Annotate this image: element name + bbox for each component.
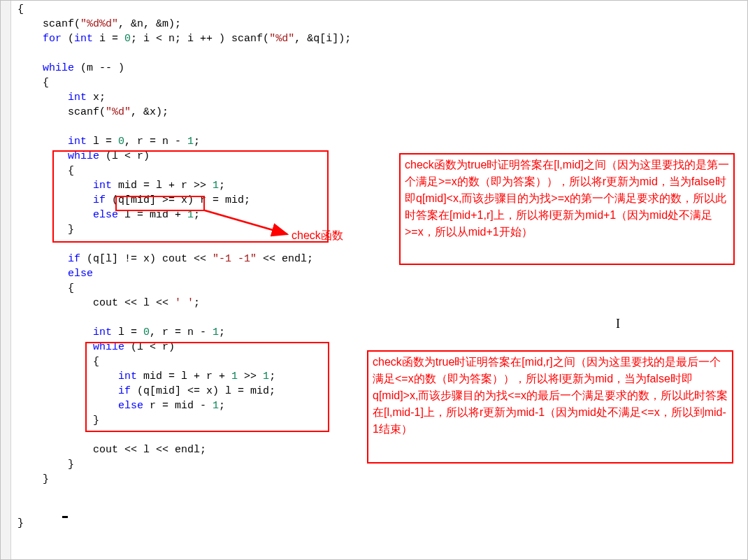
anno-textbox-1 <box>399 153 735 265</box>
anno-text-1: check函数为true时证明答案在[l,mid]之间（因为这里要找的是第一个满… <box>405 157 731 240</box>
code-editor[interactable]: { scanf("%d%d", &n, &m); for (int i = 0;… <box>0 0 748 560</box>
code-area[interactable]: { scanf("%d%d", &n, &m); for (int i = 0;… <box>15 1 351 531</box>
gutter <box>1 1 11 559</box>
text-cursor-ibeam: I <box>616 317 620 331</box>
anno-text-2: check函数为true时证明答案在[mid,r]之间（因为这里要找的是最后一个… <box>373 354 729 438</box>
anno-textbox-2 <box>367 350 733 464</box>
